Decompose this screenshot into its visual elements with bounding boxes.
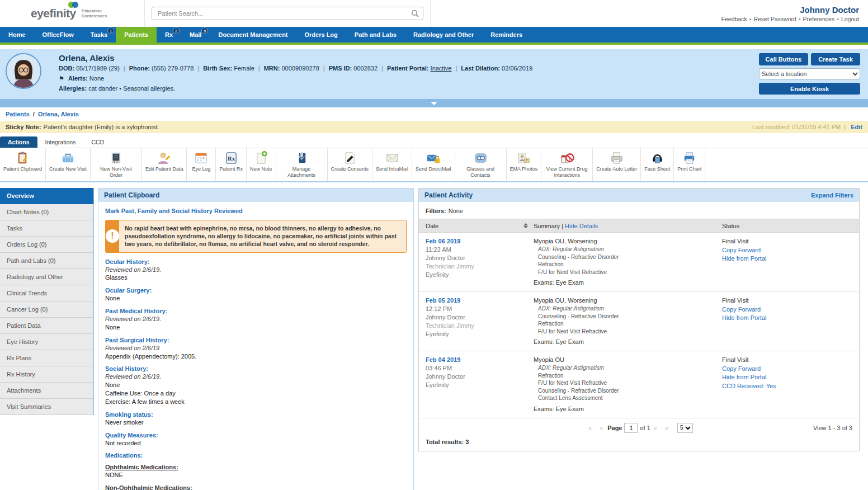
sticky-edit-link[interactable]: Edit: [851, 124, 862, 130]
note-plus-icon: [253, 150, 268, 166]
visit-summary-item: Counseling - Refractive Disorder: [538, 313, 722, 321]
banner-collapse-bar[interactable]: [0, 99, 868, 107]
user-link-feedback[interactable]: Feedback: [721, 16, 747, 22]
visit-person: Johnny Doctor: [426, 254, 534, 262]
visit-date-link[interactable]: Feb 06 2019: [426, 238, 534, 244]
breadcrumb-patients-link[interactable]: Patients: [6, 111, 30, 117]
patient-name: Orlena, Alexis: [59, 53, 868, 63]
section-heading: Non-Ophthalmic Medications:: [105, 484, 407, 490]
toolbar-item-new-note[interactable]: New Note: [247, 148, 276, 181]
sidebar-item-cancer-log-0[interactable]: Cancer Log (0): [0, 301, 93, 318]
activity-table-header: Date Summary | Hide Details Status: [419, 219, 859, 233]
expand-filters-link[interactable]: Expand Filters: [811, 192, 853, 199]
sidebar-item-chart-notes-0[interactable]: Chart Notes (0): [0, 204, 93, 220]
nav-item-path-and-labs[interactable]: Path and Labs: [346, 27, 405, 43]
enable-kiosk-button[interactable]: Enable Kiosk: [759, 83, 860, 95]
toolbar-item-ema-photos[interactable]: EMA Photos: [507, 148, 542, 181]
tab-ccd[interactable]: CCD: [83, 136, 112, 148]
patient-activity-panel: Patient Activity Expand Filters Filters:…: [418, 188, 860, 451]
clipboard-section: Past Surgical History:Reviewed on 2/6/19…: [105, 337, 407, 361]
toolbar-item-patient-rx[interactable]: RxPatient Rx: [216, 148, 247, 181]
sort-icon[interactable]: [523, 223, 528, 228]
page-number-input[interactable]: [624, 423, 638, 433]
toolbar-item-create-new-visit[interactable]: Create New Visit: [46, 148, 91, 181]
sidebar-item-orders-log-0[interactable]: Orders Log (0): [0, 237, 93, 253]
user-link-logout[interactable]: Logout: [841, 16, 859, 22]
toolbar-item-manage-attachments[interactable]: Manage Attachments: [276, 148, 328, 181]
summary-column-header: Summary | Hide Details: [534, 223, 722, 229]
rx-icon: Rx: [224, 150, 239, 166]
page-size-select[interactable]: 5: [677, 423, 693, 433]
total-results-label: Total results: 3: [419, 434, 859, 451]
copy-forward-link[interactable]: Copy Forward: [722, 305, 859, 314]
mark-history-reviewed-link[interactable]: Mark Past, Family and Social History Rev…: [105, 208, 243, 214]
glasses-case-icon: [473, 150, 488, 166]
nav-item-radiology-and-other[interactable]: Radiology and Other: [405, 27, 482, 43]
hide-details-link[interactable]: Hide Details: [565, 223, 598, 229]
ccd-received-yes-link[interactable]: CCD Received: Yes: [722, 382, 859, 390]
hide-from-portal-link[interactable]: Hide from Portal: [722, 255, 859, 263]
sidebar-item-visit-summaries[interactable]: Visit Summaries: [0, 399, 93, 415]
sticky-note-label: Sticky Note:: [6, 124, 41, 130]
date-column-header[interactable]: Date: [419, 223, 534, 229]
nav-item-home[interactable]: Home: [0, 27, 34, 43]
search-icon[interactable]: [411, 10, 419, 17]
copy-forward-link[interactable]: Copy Forward: [722, 246, 859, 255]
visit-summary-item: Contact Lens Assessment: [538, 394, 722, 402]
tab-integrations[interactable]: Integrations: [37, 136, 84, 148]
toolbar-item-eye-log[interactable]: Eye Log: [187, 148, 216, 181]
sidebar-item-radiology-and-other[interactable]: Radiology and Other: [0, 269, 93, 285]
sidebar-item-clinical-trends[interactable]: Clinical Trends: [0, 285, 93, 301]
nav-item-patients[interactable]: Patients: [116, 27, 157, 43]
toolbar-item-create-auto-letter[interactable]: Create Auto Letter: [593, 148, 641, 181]
sidebar-item-attachments[interactable]: Attachments: [0, 383, 93, 399]
nav-item-tasks[interactable]: Tasks1: [82, 27, 116, 43]
location-select[interactable]: Select a location: [759, 68, 860, 79]
nav-item-mail[interactable]: Mail5: [181, 27, 210, 43]
toolbar-item-glasses-and-contacts[interactable]: Glasses and Contacts: [455, 148, 507, 181]
patient-portal-status-link[interactable]: Inactive: [431, 65, 452, 72]
first-page-icon[interactable]: «: [588, 425, 593, 431]
last-page-icon[interactable]: »: [665, 425, 669, 431]
sidebar-item-rx-history[interactable]: Rx History: [0, 366, 93, 383]
sidebar-item-tasks[interactable]: Tasks: [0, 220, 93, 237]
sidebar-item-patient-data[interactable]: Patient Data: [0, 318, 93, 334]
nav-item-document-management[interactable]: Document Management: [210, 27, 296, 43]
toolbar-item-patient-clipboard[interactable]: Patient Clipboard: [0, 148, 46, 181]
visit-date-link[interactable]: Feb 04 2019: [426, 356, 534, 363]
nav-badge: 5: [201, 27, 208, 34]
nav-item-orders-log[interactable]: Orders Log: [296, 27, 346, 43]
toolbar-item-print-chart[interactable]: Print Chart: [674, 148, 705, 181]
tab-actions[interactable]: Actions: [0, 136, 37, 148]
user-link-reset-password[interactable]: Reset Password: [753, 16, 796, 22]
toolbar-item-face-sheet[interactable]: Face Sheet: [641, 148, 674, 181]
breadcrumb-current-link[interactable]: Orlena, Alexis: [38, 111, 79, 117]
sidebar-item-eye-history[interactable]: Eye History: [0, 334, 93, 350]
hide-from-portal-link[interactable]: Hide from Portal: [722, 373, 859, 381]
toolbar-item-send-intramail[interactable]: Send IntraMail: [372, 148, 412, 181]
sidebar-item-overview[interactable]: Overview: [0, 188, 93, 204]
clipboard-section: Ocular History:Reviewed on 2/6/19.Glasse…: [105, 258, 407, 282]
toolbar-item-edit-patient-data[interactable]: Edit Patient Data: [142, 148, 187, 181]
nav-item-officeflow[interactable]: OfficeFlow: [34, 27, 82, 43]
sidebar-item-path-and-labs-0[interactable]: Path and Labs (0): [0, 253, 93, 269]
call-buttons-button[interactable]: Call Buttons: [759, 53, 808, 65]
nav-item-rx[interactable]: Rx2: [157, 27, 181, 43]
prev-page-icon[interactable]: «: [600, 425, 604, 431]
visit-date-link[interactable]: Feb 05 2019: [426, 297, 534, 304]
toolbar-item-new-non-visit-order[interactable]: New Non-Visit Order: [91, 148, 142, 181]
visit-summary-item: Counseling - Refractive Disorder: [538, 387, 722, 395]
patient-search-input[interactable]: [152, 7, 423, 20]
toolbar-item-view-current-drug-interactions[interactable]: View Current Drug Interactions: [541, 148, 593, 181]
nav-item-reminders[interactable]: Reminders: [482, 27, 531, 43]
search-area: [144, 0, 431, 27]
create-task-button[interactable]: Create Task: [811, 53, 860, 65]
toolbar-item-send-directmail[interactable]: Send DirectMail: [412, 148, 455, 181]
sidebar-item-rx-plans[interactable]: Rx Plans: [0, 350, 93, 366]
next-page-icon[interactable]: »: [654, 425, 658, 431]
user-link-preferences[interactable]: Preferences: [803, 16, 835, 22]
copy-forward-link[interactable]: Copy Forward: [722, 365, 859, 373]
patient-avatar[interactable]: [6, 53, 41, 89]
hide-from-portal-link[interactable]: Hide from Portal: [722, 314, 859, 322]
toolbar-item-create-consents[interactable]: Create Consents: [328, 148, 373, 181]
